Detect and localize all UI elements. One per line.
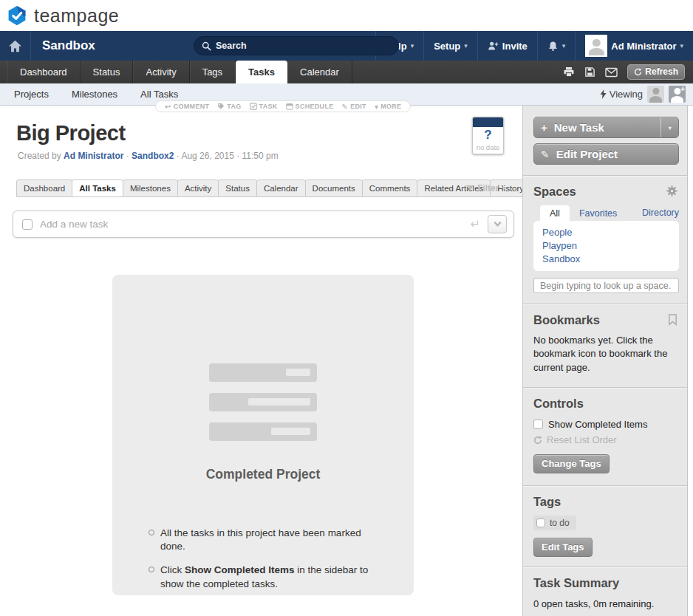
viewing-area: Viewing + bbox=[600, 86, 686, 103]
byline-datetime: · Aug 26, 2015 · 11:50 pm bbox=[174, 151, 278, 161]
pencil-icon: ✎ bbox=[541, 148, 550, 160]
date-unknown-glyph: ? bbox=[473, 127, 503, 143]
search-box[interactable] bbox=[194, 36, 399, 55]
refresh-button[interactable]: Refresh bbox=[627, 64, 685, 80]
page-action-toolbar: ↩COMMENT TAG TASK SCHEDULE ✎EDIT ▾MORE bbox=[155, 100, 411, 112]
email-button[interactable] bbox=[605, 67, 618, 78]
space-link-playpen[interactable]: Playpen bbox=[542, 239, 679, 253]
bookmark-button[interactable] bbox=[668, 314, 677, 329]
show-completed-label: Show Completed Items bbox=[548, 419, 647, 430]
spaces-tab-favorites[interactable]: Favorites bbox=[570, 205, 627, 221]
chevron-down-icon: ▾ bbox=[680, 42, 683, 49]
author-link[interactable]: Ad Ministrator bbox=[64, 151, 123, 161]
invite-button[interactable]: Invite bbox=[477, 31, 537, 61]
printer-icon bbox=[563, 66, 575, 78]
calendar-icon bbox=[286, 103, 293, 110]
divider bbox=[523, 304, 687, 304]
search-input[interactable] bbox=[216, 41, 391, 51]
subnav-projects[interactable]: Projects bbox=[14, 89, 49, 100]
skeleton-bar bbox=[209, 393, 317, 411]
project-tab-dashboard[interactable]: Dashboard bbox=[16, 179, 72, 197]
viewer-avatar[interactable] bbox=[647, 86, 664, 103]
project-tab-documents[interactable]: Documents bbox=[305, 179, 363, 197]
filter-button[interactable]: Filter ▾ bbox=[466, 183, 505, 194]
save-button[interactable] bbox=[584, 66, 595, 78]
task-action[interactable]: TASK bbox=[250, 103, 278, 110]
space-link[interactable]: Sandbox2 bbox=[132, 151, 174, 161]
spaces-tab-all[interactable]: All bbox=[540, 205, 570, 221]
task-summary-text: 0 open tasks, 0m remaining. bbox=[533, 598, 668, 611]
space-link-sandbox[interactable]: Sandbox bbox=[542, 253, 679, 266]
project-tab-status[interactable]: Status bbox=[218, 179, 257, 197]
tab-status[interactable]: Status bbox=[81, 61, 134, 83]
divider bbox=[523, 485, 687, 486]
tags-heading: Tags bbox=[533, 495, 679, 509]
notifications-menu[interactable]: ▾ bbox=[537, 31, 576, 61]
edit-project-button[interactable]: ✎ Edit Project bbox=[533, 143, 679, 165]
schedule-action[interactable]: SCHEDULE bbox=[286, 103, 334, 110]
empty-state-title: Completed Project bbox=[112, 467, 414, 482]
project-tab-milestones[interactable]: Milestones bbox=[123, 179, 178, 197]
edit-label: EDIT bbox=[350, 103, 366, 110]
spaces-tab-directory[interactable]: Directory bbox=[642, 208, 679, 221]
tab-tasks[interactable]: Tasks bbox=[236, 61, 287, 83]
add-task-input[interactable] bbox=[40, 219, 463, 230]
reset-list-order-button[interactable]: Reset List Order bbox=[533, 434, 679, 445]
plus-icon: + bbox=[680, 86, 685, 93]
tab-dashboard[interactable]: Dashboard bbox=[7, 61, 81, 83]
project-tab-all-tasks[interactable]: All Tasks bbox=[72, 179, 123, 197]
empty-state-bullets: All the tasks in this project have been … bbox=[148, 527, 387, 591]
print-button[interactable] bbox=[563, 66, 575, 78]
tab-activity[interactable]: Activity bbox=[133, 61, 189, 83]
new-task-dropdown[interactable]: ▾ bbox=[660, 117, 672, 137]
new-task-checkbox[interactable] bbox=[22, 219, 33, 230]
more-action[interactable]: ▾MORE bbox=[375, 103, 402, 111]
edit-action[interactable]: ✎EDIT bbox=[341, 103, 366, 111]
spaces-settings-button[interactable] bbox=[666, 185, 677, 199]
byline-sep: · bbox=[123, 151, 132, 161]
space-link-people[interactable]: People bbox=[542, 226, 679, 239]
tabbar-actions: Refresh bbox=[563, 61, 693, 83]
setup-menu[interactable]: Setup▾ bbox=[423, 31, 477, 61]
project-tabs: Dashboard All Tasks Milestones Activity … bbox=[16, 179, 523, 197]
tag-todo-label: to do bbox=[550, 518, 570, 528]
divider bbox=[523, 175, 687, 176]
space-lookup-input[interactable] bbox=[533, 278, 679, 293]
project-title: Big Project bbox=[16, 121, 523, 146]
tag-todo-checkbox[interactable] bbox=[536, 519, 545, 527]
navbar-right: Help▾ Setup▾ Invite ▾ bbox=[375, 31, 693, 61]
filter-label: Filter bbox=[477, 183, 499, 194]
tag-action[interactable]: TAG bbox=[217, 103, 241, 110]
edit-tags-button[interactable]: Edit Tags bbox=[533, 538, 593, 557]
due-date-widget[interactable]: ? no date bbox=[472, 117, 504, 154]
tab-tags[interactable]: Tags bbox=[190, 61, 236, 83]
chevron-down-icon: ▾ bbox=[562, 42, 566, 49]
add-viewer-button[interactable]: + bbox=[669, 86, 686, 103]
project-tab-calendar[interactable]: Calendar bbox=[256, 179, 306, 197]
viewing-label: Viewing bbox=[610, 89, 643, 100]
divider bbox=[523, 567, 687, 567]
tags-section: Tags to do Edit Tags bbox=[533, 495, 679, 557]
spaces-heading: Spaces bbox=[533, 185, 679, 199]
new-task-button[interactable]: + New Task ▾ bbox=[533, 117, 679, 138]
task-summary-heading: Task Summary bbox=[533, 576, 679, 590]
controls-heading: Controls bbox=[533, 397, 679, 411]
empty-bullet-1: All the tasks in this project have been … bbox=[148, 527, 387, 553]
change-tags-button[interactable]: Change Tags bbox=[533, 454, 610, 473]
subnav-milestones[interactable]: Milestones bbox=[72, 89, 117, 100]
home-button[interactable] bbox=[0, 31, 31, 61]
project-tab-activity[interactable]: Activity bbox=[177, 179, 219, 197]
gear-icon bbox=[666, 185, 677, 196]
tag-todo-chip[interactable]: to do bbox=[533, 516, 576, 530]
more-label: MORE bbox=[380, 103, 401, 110]
viewing-label-wrap: Viewing bbox=[600, 89, 643, 100]
tab-calendar[interactable]: Calendar bbox=[287, 61, 352, 83]
show-completed-checkbox[interactable] bbox=[533, 420, 543, 429]
no-date-label: no date bbox=[473, 143, 503, 151]
user-menu[interactable]: Ad Ministrator▾ bbox=[575, 31, 693, 61]
add-task-options-button[interactable] bbox=[488, 215, 507, 233]
comment-action[interactable]: ↩COMMENT bbox=[165, 103, 209, 111]
project-tab-comments[interactable]: Comments bbox=[362, 179, 418, 197]
subnav-all-tasks[interactable]: All Tasks bbox=[140, 89, 178, 100]
bell-icon bbox=[547, 41, 559, 52]
